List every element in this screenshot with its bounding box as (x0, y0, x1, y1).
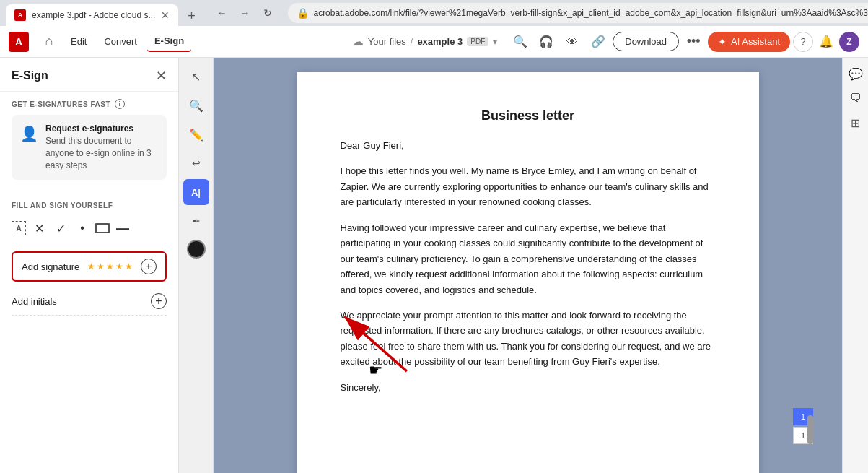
fill-sign-tools: A ✕ ✓ • — (12, 217, 167, 240)
browser-chrome: A example 3.pdf - Adobe cloud s... ✕ + ←… (0, 0, 868, 26)
star-3: ★ (106, 261, 114, 272)
toolbar-icons: 🔍 🎧 👁 🔗 (509, 30, 610, 53)
menu-convert[interactable]: Convert (97, 32, 144, 51)
star-5: ★ (125, 261, 133, 272)
sidebar-title: E-Sign (12, 69, 48, 82)
color-swatch[interactable] (187, 240, 206, 259)
info-icon[interactable]: i (115, 99, 125, 109)
pen-tool[interactable]: ✏️ (183, 121, 209, 147)
address-bar[interactable]: 🔒 acrobat.adobe.com/link/file/?viewer%21… (288, 3, 868, 23)
back-button[interactable]: ← (211, 3, 232, 23)
request-esign-card[interactable]: 👤 Request e-signatures Send this documen… (12, 115, 167, 180)
rectangle-tool[interactable] (95, 223, 110, 233)
notifications-button[interactable]: 🔔 (816, 32, 836, 52)
zoom-tool[interactable]: 🔍 (183, 92, 209, 118)
new-tab-button[interactable]: + (181, 6, 201, 26)
add-signature-plus[interactable]: + (141, 259, 157, 274)
app-logo: A (9, 32, 29, 52)
download-button[interactable]: Download (613, 32, 679, 51)
ai-icon: ✦ (718, 36, 727, 48)
main-layout: E-Sign ✕ GET E-SIGNATURES FAST i 👤 Reque… (0, 58, 868, 473)
search-button[interactable]: 🔍 (509, 30, 532, 53)
check-tool[interactable]: ✓ (52, 220, 69, 237)
menu-edit[interactable]: Edit (63, 32, 94, 51)
home-button[interactable]: ⌂ (38, 30, 61, 53)
star-1: ★ (87, 261, 95, 272)
share-button[interactable]: 👁 (561, 30, 584, 53)
help-button[interactable]: ? (793, 32, 813, 52)
url-text: acrobat.adobe.com/link/file/?viewer%21me… (313, 8, 868, 18)
card-title: Request e-signatures (45, 123, 158, 134)
add-signature-label: Add signature (22, 261, 79, 272)
ai-assistant-button[interactable]: ✦ AI Assistant (708, 32, 790, 52)
headphones-button[interactable]: 🎧 (535, 30, 558, 53)
add-initials-label: Add initials (12, 296, 57, 307)
logo-text: A (15, 36, 22, 48)
cloud-icon: ☁ (352, 35, 364, 48)
pdf-paragraph1: I hope this letter finds you well. My na… (341, 163, 716, 209)
pdf-body: Dear Guy Fieri, I hope this letter finds… (341, 138, 716, 395)
tab-title: example 3.pdf - Adobe cloud s... (32, 10, 155, 20)
pdf-page: Business letter Dear Guy Fieri, I hope t… (297, 72, 759, 473)
get-esignatures-section: GET E-SIGNATURES FAST i 👤 Request e-sign… (0, 92, 178, 196)
dot-tool[interactable]: • (74, 220, 91, 237)
tab-close-button[interactable]: ✕ (161, 9, 170, 21)
annotate-tool[interactable]: ✒ (183, 208, 209, 234)
pdf-title: Business letter (341, 108, 716, 123)
select-tool[interactable]: ↖ (183, 64, 209, 90)
card-description: Send this document to anyone to e-sign o… (45, 135, 158, 171)
pdf-closing: Sincerely, (341, 380, 716, 395)
active-tab[interactable]: A example 3.pdf - Adobe cloud s... ✕ (6, 4, 178, 26)
loop-tool[interactable]: ↩ (183, 150, 209, 176)
comment-button[interactable]: 🗨 (846, 88, 866, 108)
text-tool[interactable]: A (12, 221, 26, 235)
sidebar-header: E-Sign ✕ (0, 58, 178, 92)
add-signature-button[interactable]: Add signature ★ ★ ★ ★ ★ + (12, 251, 167, 282)
sidebar-close-button[interactable]: ✕ (156, 68, 167, 84)
person-icon: 👤 (20, 125, 38, 171)
reload-button[interactable]: ↻ (258, 3, 278, 23)
right-panel: 💬 🗨 ⊞ (842, 58, 868, 473)
esignatures-section-label: GET E-SIGNATURES FAST i (12, 99, 167, 109)
cross-tool[interactable]: ✕ (30, 220, 48, 237)
add-initials-plus[interactable]: + (151, 293, 167, 309)
fill-sign-label: FILL AND SIGN YOURSELF (12, 201, 167, 209)
more-options-button[interactable]: ••• (682, 30, 705, 53)
user-avatar[interactable]: Z (839, 32, 859, 52)
pdf-greeting: Dear Guy Fieri, (341, 138, 716, 153)
pdf-viewer: Business letter Dear Guy Fieri, I hope t… (214, 58, 842, 473)
breadcrumb-dropdown-icon[interactable]: ▾ (493, 37, 497, 47)
forward-button[interactable]: → (234, 3, 255, 23)
star-2: ★ (97, 261, 105, 272)
add-initials-button[interactable]: Add initials + (12, 287, 167, 316)
ai-label: AI Assistant (731, 36, 780, 47)
text-tool-strip[interactable]: A| (183, 179, 209, 205)
star-4: ★ (115, 261, 123, 272)
grid-button[interactable]: ⊞ (846, 113, 866, 133)
link-button[interactable]: 🔗 (587, 30, 610, 53)
app-toolbar: A ⌂ Edit Convert E-Sign ☁ Your files / e… (0, 26, 868, 58)
breadcrumb-filename: example 3 (417, 36, 463, 47)
scrollbar-thumb[interactable] (807, 415, 813, 444)
cursor-hand: ☛ (369, 361, 383, 380)
chat-button[interactable]: 💬 (846, 64, 866, 84)
menu-esign[interactable]: E-Sign (147, 31, 191, 52)
pdf-paragraph3: We appreciate your prompt attention to t… (341, 308, 716, 370)
fill-sign-section: FILL AND SIGN YOURSELF A ✕ ✓ • — Add sig… (0, 196, 178, 321)
pdf-paragraph2: Having followed your impressive career a… (341, 220, 716, 298)
breadcrumb-separator: / (411, 36, 413, 47)
card-content: Request e-signatures Send this document … (45, 123, 158, 171)
browser-tabs: A example 3.pdf - Adobe cloud s... ✕ + (6, 0, 201, 26)
signature-stars: ★ ★ ★ ★ ★ (87, 261, 133, 272)
breadcrumb-badge: PDF (467, 37, 488, 46)
breadcrumb-files[interactable]: Your files (368, 36, 406, 47)
page-numbers: 1 1 (793, 408, 813, 444)
esign-sidebar: E-Sign ✕ GET E-SIGNATURES FAST i 👤 Reque… (0, 58, 179, 473)
breadcrumb: ☁ Your files / example 3 PDF ▾ (352, 35, 498, 48)
browser-controls: ← → ↻ (211, 3, 278, 23)
line-tool[interactable]: — (114, 220, 131, 237)
tool-strip: ↖ 🔍 ✏️ ↩ A| ✒ (179, 58, 214, 473)
tab-favicon: A (14, 9, 26, 21)
